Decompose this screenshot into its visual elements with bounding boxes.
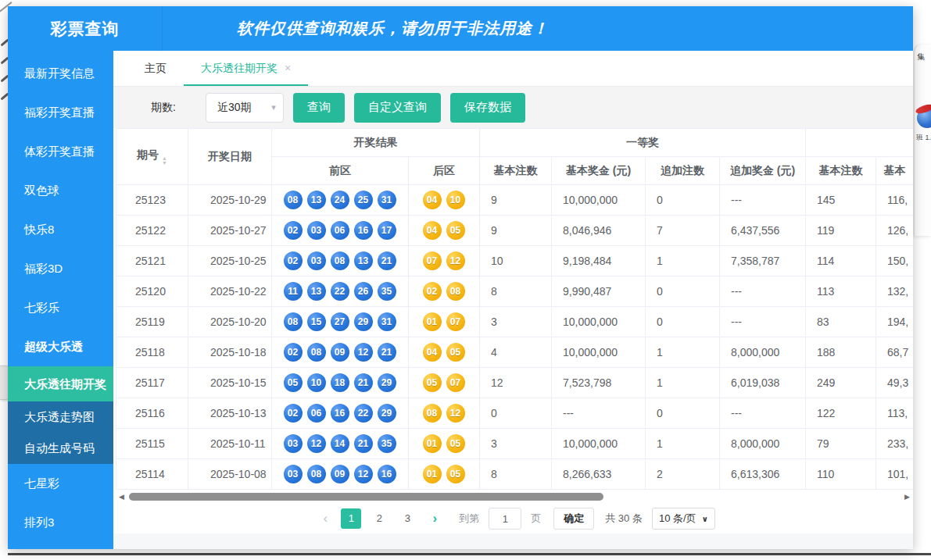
sidebar-item-9[interactable]: 大乐透走势图 bbox=[8, 401, 113, 433]
goto-page-input[interactable] bbox=[489, 508, 521, 530]
period-cell: 25117 bbox=[116, 368, 188, 398]
value-cell: 8,000,000 bbox=[720, 337, 806, 368]
back-ball: 12 bbox=[446, 404, 465, 423]
confirm-button[interactable]: 确定 bbox=[553, 508, 594, 530]
back-ball: 07 bbox=[446, 373, 465, 392]
sidebar-item-1[interactable]: 福彩开奖直播 bbox=[8, 93, 113, 132]
table-row: 251232025-10-2908132425310410910,000,000… bbox=[116, 185, 914, 216]
background-window[interactable]: 集 班 1.0 bbox=[914, 45, 931, 236]
page-button-3[interactable]: 3 bbox=[397, 508, 417, 529]
value-cell: --- bbox=[720, 276, 806, 307]
front-ball: 14 bbox=[331, 434, 349, 453]
front-ball: 12 bbox=[354, 465, 373, 483]
sidebar-item-3[interactable]: 双色球 bbox=[8, 171, 113, 210]
page-button-2[interactable]: 2 bbox=[369, 508, 389, 529]
front-ball: 08 bbox=[331, 251, 349, 270]
scroll-left-icon[interactable]: ◀ bbox=[119, 492, 124, 501]
period-cell: 25121 bbox=[116, 246, 188, 276]
back-balls-cell: 0410 bbox=[409, 185, 480, 216]
table-row: 251202025-10-221113222635020889,990,4870… bbox=[116, 276, 914, 307]
prev-page-icon[interactable]: ‹ bbox=[315, 508, 335, 529]
save-data-button[interactable]: 保存数据 bbox=[450, 93, 525, 123]
period-cell: 25116 bbox=[116, 398, 188, 429]
back-ball: 05 bbox=[446, 465, 465, 483]
scroll-right-icon[interactable]: ▶ bbox=[904, 492, 910, 501]
table-row: 251152025-10-1103121421350105310,000,000… bbox=[116, 429, 914, 459]
sidebar-item-12[interactable]: 排列3 bbox=[8, 503, 113, 542]
sidebar-item-5[interactable]: 福彩3D bbox=[8, 249, 113, 288]
value-cell: 9 bbox=[480, 216, 552, 246]
period-count-label: 期数: bbox=[151, 101, 176, 115]
back-balls-cell: 0107 bbox=[409, 307, 480, 337]
tab-1[interactable]: 大乐透往期开奖× bbox=[184, 51, 308, 86]
date-cell: 2025-10-22 bbox=[188, 276, 272, 307]
column-header-period[interactable]: 期号▲▼ bbox=[116, 129, 188, 185]
front-ball: 02 bbox=[284, 251, 303, 270]
front-ball: 03 bbox=[284, 434, 303, 453]
value-cell: 10,000,000 bbox=[552, 337, 646, 368]
tab-0[interactable]: 主页 bbox=[127, 51, 184, 86]
next-page-icon[interactable]: › bbox=[424, 508, 445, 529]
sidebar-submenu: 大乐透往期开奖大乐透走势图自动生成号码 bbox=[8, 366, 113, 464]
date-cell: 2025-10-20 bbox=[188, 307, 272, 337]
value-cell: 0 bbox=[646, 185, 720, 216]
front-ball: 24 bbox=[331, 191, 349, 209]
front-ball: 02 bbox=[284, 404, 303, 423]
front-ball: 11 bbox=[284, 282, 303, 301]
back-ball: 07 bbox=[446, 312, 465, 331]
back-ball: 01 bbox=[423, 434, 442, 453]
value-cell: 3 bbox=[480, 429, 552, 459]
period-cell: 25123 bbox=[116, 185, 188, 216]
sidebar-item-2[interactable]: 体彩开奖直播 bbox=[8, 132, 113, 171]
front-ball: 22 bbox=[354, 404, 373, 423]
front-balls-cell: 0206162229 bbox=[272, 398, 409, 429]
value-cell: 101, bbox=[876, 459, 914, 490]
front-ball: 13 bbox=[307, 282, 326, 301]
table-row: 251182025-10-1802080912210405410,000,000… bbox=[116, 337, 914, 368]
custom-search-button[interactable]: 自定义查询 bbox=[354, 93, 441, 123]
period-select-value: 近30期 bbox=[217, 101, 252, 115]
close-icon[interactable]: × bbox=[285, 62, 291, 74]
sidebar-item-10[interactable]: 自动生成号码 bbox=[8, 433, 113, 464]
value-cell: 110 bbox=[806, 459, 876, 490]
front-ball: 09 bbox=[331, 465, 349, 483]
value-cell: 132, bbox=[876, 276, 914, 307]
back-ball: 02 bbox=[423, 282, 442, 301]
column-header-5: 追加奖金 (元) bbox=[720, 157, 806, 185]
sidebar-item-7[interactable]: 超级大乐透 bbox=[8, 327, 113, 366]
content-footer bbox=[113, 533, 913, 549]
front-ball: 12 bbox=[354, 343, 373, 362]
value-cell: 249 bbox=[806, 368, 876, 398]
front-ball: 35 bbox=[378, 282, 396, 301]
period-select[interactable]: 近30期 ▾ bbox=[206, 93, 284, 123]
period-cell: 25120 bbox=[116, 276, 188, 307]
value-cell: 0 bbox=[646, 276, 720, 307]
table-row: 251212025-10-2502030813210712109,198,484… bbox=[116, 246, 914, 276]
sidebar-item-8[interactable]: 大乐透往期开奖 bbox=[8, 366, 113, 401]
value-cell: 1 bbox=[646, 337, 720, 368]
front-ball: 12 bbox=[307, 434, 326, 453]
value-cell: 6,613,306 bbox=[720, 459, 806, 490]
page-size-select[interactable]: 10 条/页 ∨ bbox=[652, 508, 715, 530]
value-cell: 1 bbox=[646, 429, 720, 459]
sidebar-item-0[interactable]: 最新开奖信息 bbox=[8, 54, 113, 93]
front-ball: 35 bbox=[378, 434, 396, 453]
front-ball: 22 bbox=[331, 282, 349, 301]
column-header-period-label: 期号 bbox=[137, 148, 159, 161]
back-balls-cell: 0812 bbox=[409, 398, 480, 429]
value-cell: 10,000,000 bbox=[552, 307, 646, 337]
background-window-text: 班 1.0 bbox=[916, 133, 931, 143]
sidebar-item-6[interactable]: 七彩乐 bbox=[8, 288, 113, 327]
goto-label: 到第 bbox=[459, 512, 479, 526]
front-ball: 16 bbox=[354, 221, 373, 240]
search-button[interactable]: 查询 bbox=[293, 93, 345, 123]
scrollbar-thumb[interactable] bbox=[129, 493, 603, 501]
sidebar-item-4[interactable]: 快乐8 bbox=[8, 210, 113, 249]
front-balls-cell: 0308091216 bbox=[272, 459, 409, 490]
content-area: 主页大乐透往期开奖× 期数: 近30期 ▾ 查询自定义查询保存数据 期号▲▼ bbox=[113, 51, 913, 549]
value-cell: 9 bbox=[480, 185, 552, 216]
value-cell: 10 bbox=[480, 246, 552, 276]
back-ball: 10 bbox=[446, 191, 465, 209]
page-button-1[interactable]: 1 bbox=[341, 508, 361, 529]
sidebar-item-11[interactable]: 七星彩 bbox=[8, 464, 113, 503]
